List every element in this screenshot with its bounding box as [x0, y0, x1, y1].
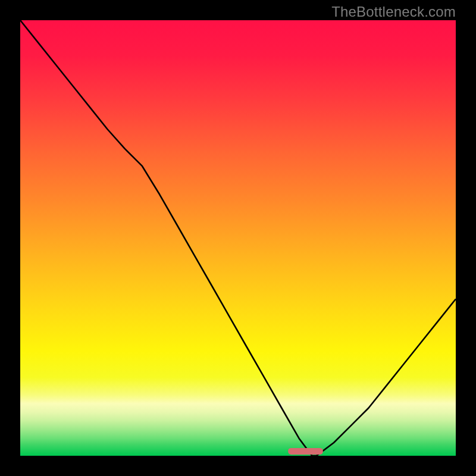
- chart-frame: TheBottleneck.com: [0, 0, 476, 476]
- plot-area: [20, 20, 456, 456]
- bottleneck-chart: [20, 20, 456, 456]
- optimal-marker: [288, 448, 323, 455]
- gradient-background: [20, 20, 456, 456]
- watermark-text: TheBottleneck.com: [331, 4, 456, 20]
